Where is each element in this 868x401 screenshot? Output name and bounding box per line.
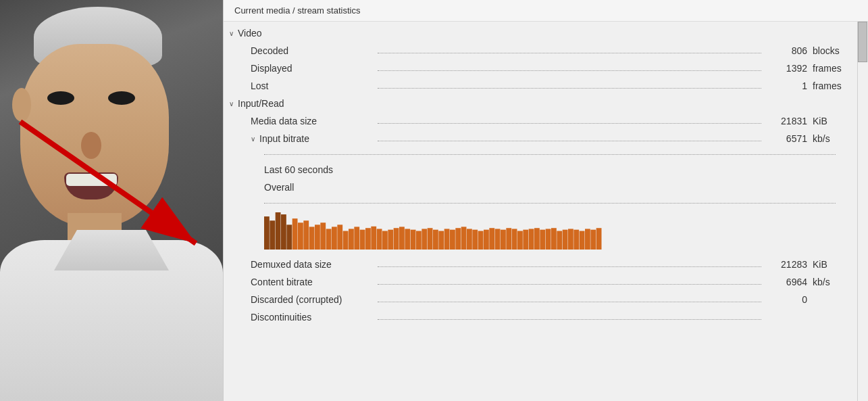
demuxed-data-size-label: Demuxed data size [224, 259, 372, 270]
chart-bar [512, 229, 517, 250]
chart-bar [292, 218, 298, 250]
chart-bar [534, 228, 540, 250]
content-bitrate-value: 6964 [767, 277, 807, 287]
chart-bar [270, 220, 275, 250]
eye-right [108, 91, 135, 105]
eye-left [47, 91, 74, 105]
chart-bar [428, 228, 433, 250]
video-panel [0, 0, 223, 401]
chart-bar [422, 229, 427, 250]
chart-bar [546, 229, 551, 250]
chart-bar [573, 230, 579, 250]
chart-bar [596, 228, 602, 250]
discarded-value: 0 [767, 294, 807, 305]
chart-bar [365, 228, 371, 250]
lost-value: 1 [767, 80, 807, 91]
media-data-size-value: 21831 [767, 116, 807, 126]
chart-bar [523, 230, 528, 250]
displayed-unit: frames [813, 63, 846, 74]
scrollbar[interactable] [857, 22, 868, 401]
bitrate-chart-container [224, 210, 857, 256]
stats-panel: Current media / stream statistics ∨ Vide… [223, 0, 868, 401]
demuxed-data-size-unit: KiB [813, 259, 846, 270]
chart-bar [501, 230, 506, 250]
chart-bar [276, 212, 281, 250]
content-bitrate-row: Content bitrate 6964 kb/s [224, 273, 868, 291]
displayed-row: Displayed 1392 frames [224, 60, 868, 77]
discarded-dotted [378, 302, 761, 302]
chart-bar [309, 227, 315, 250]
chart-bar [382, 231, 388, 250]
content-bitrate-unit: kb/s [813, 277, 846, 287]
displayed-label: Displayed [224, 63, 372, 74]
lost-label: Lost [224, 80, 372, 91]
overall-row: Overall [224, 179, 868, 196]
decoded-value: 806 [767, 45, 807, 56]
chart-bar [332, 227, 337, 250]
chart-bar [399, 227, 405, 250]
chart-bar [354, 227, 359, 250]
teeth [66, 174, 117, 186]
displayed-value: 1392 [767, 63, 807, 74]
chart-bar [320, 222, 326, 250]
dot-line-1 [264, 154, 836, 155]
chart-bar [478, 231, 484, 250]
chart-bar [580, 231, 585, 250]
chart-bar [298, 222, 303, 250]
discontinued-dotted [378, 319, 761, 320]
decoded-label: Decoded [224, 45, 372, 56]
stats-content[interactable]: ∨ Video Decoded 806 blocks Displayed 139… [224, 22, 868, 401]
chart-bar [438, 231, 444, 250]
chart-bar [495, 229, 501, 250]
chart-bar [303, 220, 309, 250]
decoded-unit: blocks [813, 45, 846, 56]
discontinued-label: Discontinuities [224, 312, 372, 323]
media-data-dotted [378, 123, 761, 124]
input-bitrate-value: 6571 [767, 133, 807, 144]
scrollbar-thumb[interactable] [858, 22, 867, 62]
chart-bar [557, 231, 562, 250]
input-read-label: Input/Read [238, 98, 284, 109]
chart-bar [461, 227, 467, 250]
chart-bar [568, 229, 573, 250]
chart-bar [585, 229, 590, 250]
chart-bars-group [264, 212, 602, 250]
demuxed-data-size-value: 21283 [767, 259, 807, 270]
lost-row: Lost 1 frames [224, 77, 868, 95]
chart-bar [517, 231, 523, 250]
chart-bar [394, 228, 399, 250]
chart-bar [416, 231, 422, 250]
last-60-label: Last 60 seconds [224, 164, 372, 175]
lost-unit: frames [813, 80, 846, 91]
chart-bar [450, 230, 455, 250]
video-section-label: Video [238, 28, 262, 39]
displayed-dotted [378, 70, 761, 71]
chart-bar [337, 225, 342, 250]
chevron-icon: ∨ [229, 30, 234, 37]
chart-bar [326, 229, 332, 250]
last-60-row: Last 60 seconds [224, 161, 868, 179]
chevron-icon-2: ∨ [229, 100, 234, 108]
chart-bar [281, 214, 286, 250]
input-bitrate-label: Input bitrate [259, 133, 309, 144]
chevron-icon-3: ∨ [251, 135, 255, 143]
dotted-separator-2 [224, 196, 857, 210]
chart-bar [472, 230, 478, 250]
content-bitrate-dotted [378, 284, 761, 285]
decoded-row: Decoded 806 blocks [224, 42, 868, 60]
lost-dotted [378, 88, 761, 89]
discarded-row: Discarded (corrupted) 0 [224, 291, 868, 308]
chart-bar [405, 229, 410, 250]
chart-bar [540, 230, 545, 250]
overall-label: Overall [224, 182, 372, 193]
input-bitrate-dotted [378, 141, 761, 141]
chart-bar [467, 229, 472, 250]
chart-bar [433, 230, 438, 250]
discarded-label: Discarded (corrupted) [224, 294, 372, 305]
face [20, 44, 169, 227]
chart-bar [371, 227, 376, 250]
dotted-separator-1 [224, 147, 857, 161]
chart-bar [360, 230, 365, 250]
discontinued-row: Discontinuities [224, 308, 868, 326]
chart-bar [377, 229, 382, 250]
